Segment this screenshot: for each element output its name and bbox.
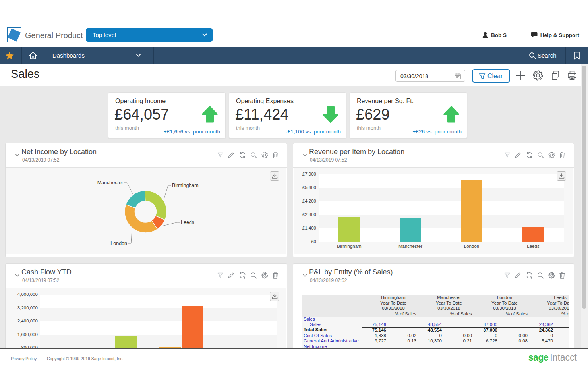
edit-icon[interactable] [514, 272, 521, 279]
bar-0[interactable] [115, 336, 137, 348]
refresh-icon[interactable] [526, 152, 533, 158]
zoom-icon[interactable] [537, 152, 544, 158]
titlebar: Sales 03/30/2018 Clear [0, 64, 588, 86]
pnl-amount-cell[interactable]: 87,000 [473, 322, 498, 328]
bar-Leeds[interactable] [522, 227, 544, 242]
pnl-amount-cell[interactable]: 24,362 [528, 322, 553, 328]
duplicate-button[interactable] [550, 70, 561, 81]
collapse-chevron-icon[interactable] [302, 274, 308, 277]
home-button[interactable] [22, 47, 44, 64]
scrollbar-thumb[interactable] [582, 66, 586, 309]
trash-icon[interactable] [559, 272, 565, 279]
donut-slice-birmingham[interactable] [145, 191, 167, 220]
filter-icon[interactable] [217, 152, 224, 158]
bookmark-button[interactable] [566, 47, 588, 64]
clear-filter-button[interactable]: Clear [472, 69, 510, 83]
trash-icon[interactable] [272, 152, 279, 158]
refresh-icon[interactable] [526, 272, 533, 279]
y-axis-tick-label: 2,400,000 [6, 319, 38, 323]
pnl-account-label[interactable]: Sales [302, 317, 362, 322]
y-axis-tick-label: 4,000,000 [6, 292, 38, 297]
pnl-row-general-and-administrative: General And Administrative9,7270.1310,30… [302, 338, 569, 344]
user-menu[interactable]: Bob S [482, 32, 507, 41]
bar-chart-plot-area [40, 295, 277, 348]
bar-Manchester[interactable] [400, 218, 421, 242]
trash-icon[interactable] [272, 272, 279, 279]
edit-icon[interactable] [514, 152, 521, 158]
bar-London[interactable] [461, 180, 482, 242]
bar-Birmingham[interactable] [338, 217, 360, 242]
dashboards-label: Dashboards [52, 52, 85, 59]
pnl-account-label[interactable]: Net Income [302, 344, 362, 348]
pnl-amount-cell: 9,727 [362, 338, 387, 344]
panel-revenue-per-item-by-location: Revenue per Item by Location 04/13/2019 … [293, 143, 574, 257]
pnl-row-net-income: Net Income [302, 344, 569, 348]
search-icon [529, 52, 536, 59]
chat-bubble-icon [531, 32, 538, 38]
panel-toolbar [501, 272, 565, 279]
pnl-account-label[interactable]: Sales [302, 322, 362, 328]
settings-button[interactable] [532, 70, 544, 81]
pnl-amount-cell[interactable]: 48,554 [417, 322, 442, 328]
panel-header: Cash Flow YTD 04/13/2019 07:52 [6, 264, 287, 288]
zoom-icon[interactable] [250, 272, 257, 279]
help-support[interactable]: Help & Support [531, 32, 579, 41]
revenue-bar-chart: £7,000£5,600£4,200£2,800£1,400£0Birmingh… [294, 168, 573, 254]
download-button[interactable] [557, 171, 566, 181]
trash-icon[interactable] [559, 152, 565, 158]
gear-icon[interactable] [261, 272, 268, 279]
dashboard-date-input[interactable]: 03/30/2018 [395, 70, 465, 82]
edit-icon[interactable] [228, 272, 234, 279]
home-icon [29, 51, 37, 60]
search-button[interactable]: Search [520, 47, 565, 64]
donut-slice-london[interactable] [125, 205, 158, 233]
chevron-down-icon [136, 54, 141, 57]
refresh-icon[interactable] [239, 272, 246, 279]
collapse-chevron-icon[interactable] [302, 153, 308, 157]
privacy-policy-link[interactable]: Privacy Policy [11, 356, 37, 361]
favorites-button[interactable] [0, 47, 21, 64]
pnl-account-label[interactable]: Cost Of Sales [302, 333, 362, 339]
pnl-amount-cell [362, 317, 387, 322]
kpi-value: £11,424 [235, 106, 289, 123]
filter-icon[interactable] [504, 272, 511, 279]
page-title: Sales [11, 68, 40, 81]
y-axis-tick-label: 1,600,000 [6, 332, 38, 337]
print-button[interactable] [567, 70, 578, 81]
kpi-value: £629 [356, 106, 390, 123]
donut-slice-manchester[interactable] [126, 191, 145, 208]
edit-icon[interactable] [228, 152, 234, 158]
kpi-card-revenue-per-sqft: Revenue per Sq. Ft. £629 this month +£26… [350, 92, 467, 139]
bar-2[interactable] [182, 306, 203, 348]
collapse-chevron-icon[interactable] [15, 153, 20, 157]
pnl-amount-cell[interactable]: 75,146 [362, 322, 387, 328]
x-axis-tick-label: Manchester [387, 244, 434, 249]
filter-icon[interactable] [217, 272, 224, 279]
sage-brand: sage [528, 352, 548, 363]
add-button[interactable] [515, 70, 526, 81]
navbar: Dashboards Search [0, 47, 588, 64]
gear-icon[interactable] [261, 152, 268, 158]
refresh-icon[interactable] [239, 152, 246, 158]
zoom-icon[interactable] [537, 272, 544, 279]
download-button[interactable] [270, 171, 279, 181]
kpi-card-operating-expenses: Operating Expenses £11,424 this month -£… [229, 92, 346, 139]
dashboards-menu[interactable]: Dashboards [44, 47, 153, 64]
entity-selector[interactable]: Top level [86, 28, 213, 42]
pnl-percent-cell [442, 322, 473, 328]
collapse-chevron-icon[interactable] [15, 274, 20, 277]
vertical-scrollbar[interactable] [581, 64, 588, 348]
pnl-percent-cell [553, 322, 569, 328]
pnl-account-label[interactable]: General And Administrative [302, 338, 362, 344]
pnl-entity-header-london: LondonYear To Date03/30/2018% of Sales [473, 295, 528, 317]
gear-icon[interactable] [548, 152, 555, 158]
gear-icon[interactable] [548, 272, 555, 279]
donut-chart: BirminghamLeedsLondonManchester [6, 168, 286, 254]
donut-leader-line [124, 183, 133, 194]
filter-icon[interactable] [504, 152, 511, 158]
download-button[interactable] [270, 292, 279, 301]
calendar-icon[interactable] [454, 73, 461, 80]
pnl-percent-cell: 0.21 [442, 338, 473, 344]
pnl-percent-cell [553, 338, 569, 344]
zoom-icon[interactable] [250, 152, 257, 158]
